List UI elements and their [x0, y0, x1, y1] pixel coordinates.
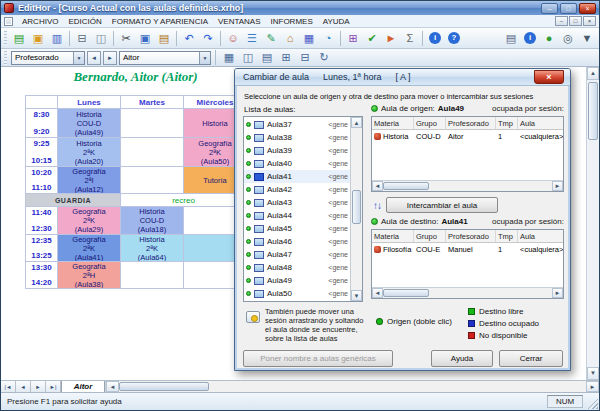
menu-formato-y-apariencia[interactable]: FORMATO Y APARIENCIA — [107, 15, 213, 28]
session-cell[interactable]: Historia2ªK(Aula20) — [58, 138, 121, 167]
scroll-thumb[interactable] — [352, 190, 361, 224]
info-button[interactable]: i — [426, 30, 444, 47]
scroll-right-icon[interactable]: ► — [552, 288, 563, 298]
vertical-scrollbar[interactable]: ▲ ▼ — [586, 67, 599, 380]
save-button[interactable]: ▥ — [48, 30, 66, 47]
world-button[interactable]: ● — [540, 30, 558, 47]
room-item-aula45[interactable]: Aula45<gene — [244, 222, 350, 235]
undo-button[interactable]: ↶ — [180, 30, 198, 47]
room-item-aula37[interactable]: Aula37<gene — [244, 118, 350, 131]
tab-nav-button-0[interactable]: |◄ — [1, 381, 16, 392]
tab-nav-button-1[interactable]: ◄ — [16, 381, 31, 392]
session-cell[interactable]: HistoriaCOU-D(Aula18) — [121, 207, 184, 235]
room-item-aula41[interactable]: Aula41<gene — [244, 170, 350, 183]
close-dialog-button[interactable]: Cerrar — [499, 350, 563, 367]
sessions-button[interactable]: ⊞ — [344, 30, 362, 47]
menu-ventanas[interactable]: VENTANAS — [213, 15, 266, 28]
scroll-right-icon[interactable]: ► — [552, 181, 563, 191]
tab-nav-button-2[interactable]: ► — [31, 381, 46, 392]
refresh-view-button[interactable]: ↻ — [315, 49, 333, 66]
scroll-thumb[interactable] — [588, 82, 598, 140]
resize-grip[interactable] — [586, 397, 598, 409]
maximize-button[interactable]: □ — [560, 3, 577, 14]
more-options-button[interactable]: ▼ — [578, 30, 596, 47]
view-timetable-button[interactable]: ▦ — [220, 49, 238, 66]
mdi-restore-button[interactable]: □ — [569, 16, 582, 26]
menu-edicion[interactable]: EDICIÓN — [63, 15, 106, 28]
room-item-aula44[interactable]: Aula44<gene — [244, 209, 350, 222]
room-item-aula42[interactable]: Aula42<gene — [244, 183, 350, 196]
help-button[interactable]: ? — [445, 30, 463, 47]
menu-informes[interactable]: INFORMES — [266, 15, 318, 28]
room-item-aula40[interactable]: Aula40<gene — [244, 157, 350, 170]
generate-button[interactable]: ► — [382, 30, 400, 47]
groups-button[interactable]: ☰ — [243, 30, 261, 47]
room-item-aula39[interactable]: Aula39<gene — [244, 144, 350, 157]
session-cell[interactable]: Geografía2ªH(Aula38) — [58, 262, 121, 289]
help-button[interactable]: Ayuda — [431, 350, 493, 367]
room-item-aula47[interactable]: Aula47<gene — [244, 248, 350, 261]
print-preview-button[interactable]: ◫ — [92, 30, 110, 47]
mdi-close-button[interactable]: × — [583, 16, 596, 26]
minimize-button[interactable]: – — [541, 3, 558, 14]
statistics-button[interactable]: Σ — [401, 30, 419, 47]
print-view-button[interactable]: ⊟ — [296, 49, 314, 66]
origin-table-hscrollbar[interactable]: ◄ ► — [372, 180, 563, 191]
scroll-up-icon[interactable]: ▲ — [351, 117, 362, 128]
session-cell[interactable]: Historia2ªK(Aula64) — [121, 235, 184, 262]
scroll-track[interactable] — [209, 381, 586, 392]
item-combo[interactable]: Aitor ▼ — [119, 51, 211, 65]
room-item-aula38[interactable]: Aula38<gene — [244, 131, 350, 144]
print-button[interactable]: ⊟ — [73, 30, 91, 47]
room-item-aula46[interactable]: Aula46<gene — [244, 235, 350, 248]
scroll-thumb[interactable] — [383, 289, 429, 297]
prev-item-button[interactable]: ◄ — [87, 51, 101, 65]
new-timetable-button[interactable]: ▤ — [10, 30, 28, 47]
session-row[interactable]: FilosofíaCOU-EManuel1<cualquiera> — [372, 243, 563, 256]
menu-ayuda[interactable]: AYUDA — [318, 15, 355, 28]
redo-button[interactable]: ↷ — [199, 30, 217, 47]
horizontal-scrollbar[interactable]: ◄ ► — [105, 381, 599, 392]
tab-aitor[interactable]: Aitor — [61, 381, 105, 392]
scroll-left-icon[interactable]: ◄ — [106, 381, 119, 392]
name-generic-rooms-button[interactable]: Poner nombre a aulas genéricas — [243, 350, 393, 367]
session-row[interactable]: HistoriaCOU-DAitor1<cualquiera> — [372, 130, 563, 143]
cut-button[interactable]: ✂ — [117, 30, 135, 47]
check-conditions-button[interactable]: ✔ — [363, 30, 381, 47]
scroll-track[interactable] — [429, 181, 552, 191]
view-list-button[interactable]: ▤ — [258, 49, 276, 66]
dialog-titlebar[interactable]: Cambiar de aula Lunes, 1ª hora [ A ] × — [235, 69, 570, 86]
scroll-left-icon[interactable]: ◄ — [372, 181, 383, 191]
teachers-button[interactable]: ☺ — [224, 30, 242, 47]
guard-duty-cell[interactable]: GUARDIA — [26, 194, 121, 207]
scroll-up-icon[interactable]: ▲ — [587, 67, 599, 80]
destination-table-hscrollbar[interactable]: ◄ ► — [372, 287, 563, 298]
session-cell[interactable]: Geografía2ªK(Aula29) — [58, 207, 121, 235]
scroll-thumb[interactable] — [383, 182, 429, 190]
scroll-track[interactable] — [429, 288, 552, 298]
copy-button[interactable]: ▣ — [136, 30, 154, 47]
view-grid-button[interactable]: ⊞ — [277, 49, 295, 66]
session-cell[interactable]: Geografía2ªI(Aula12) — [58, 167, 121, 194]
view-horizontal-button[interactable]: ◫ — [239, 49, 257, 66]
room-list-scrollbar[interactable]: ▲ ▼ — [350, 117, 362, 301]
mdi-minimize-button[interactable]: – — [555, 16, 568, 26]
calendar-button[interactable]: ▦ — [300, 30, 318, 47]
session-cell[interactable]: HistoriaCOU-D(Aula49) — [58, 109, 121, 138]
close-button[interactable]: × — [579, 3, 596, 14]
next-item-button[interactable]: ► — [103, 51, 117, 65]
classrooms-button[interactable]: ⌂ — [281, 30, 299, 47]
paste-button[interactable]: ▤ — [155, 30, 173, 47]
room-item-aula49[interactable]: Aula49<gene — [244, 274, 350, 287]
open-file-button[interactable]: ▣ — [29, 30, 47, 47]
layers-button[interactable]: ▤ — [502, 30, 520, 47]
room-item-aula50[interactable]: Aula50<gene — [244, 287, 350, 300]
room-item-aula48[interactable]: Aula48<gene — [244, 261, 350, 274]
menu-archivo[interactable]: ARCHIVO — [17, 15, 63, 28]
scroll-left-icon[interactable]: ◄ — [372, 288, 383, 298]
scroll-right-icon[interactable]: ► — [586, 381, 599, 392]
titlebar[interactable]: EditHor - [Curso Actual con las aulas de… — [1, 1, 599, 15]
subjects-button[interactable]: ✎ — [262, 30, 280, 47]
tab-nav-button-3[interactable]: ►| — [46, 381, 61, 392]
scroll-down-icon[interactable]: ▼ — [587, 367, 599, 380]
